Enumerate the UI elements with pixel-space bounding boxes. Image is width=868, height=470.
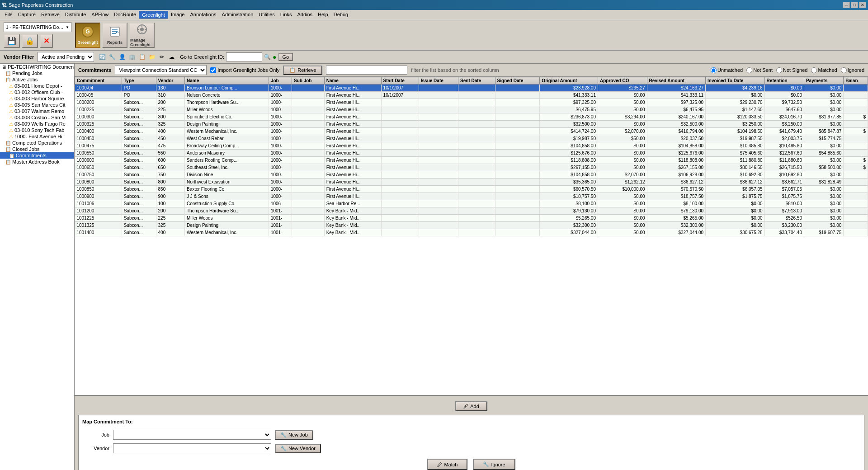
- restore-button[interactable]: □: [851, 2, 858, 8]
- sidebar-item-03-009[interactable]: ⚠ 03-009 Wells Fargo Re: [0, 121, 74, 127]
- col-issue-date[interactable]: Issue Date: [419, 77, 458, 85]
- sidebar-item-1000-[interactable]: ⚠ 1000- First Avenue Hi: [0, 133, 74, 140]
- menu-item-image[interactable]: Image: [168, 11, 188, 19]
- folder2-icon[interactable]: 📁: [147, 52, 156, 61]
- table-row[interactable]: 1001225Subcon...225Miller Woods1001-Key …: [75, 215, 868, 222]
- tools-icon[interactable]: 🔧: [108, 52, 117, 61]
- menu-item-distribute[interactable]: Distribute: [62, 11, 89, 19]
- sidebar-item-03-010[interactable]: ⚠ 03-010 Sony Tech Fab: [0, 127, 74, 133]
- table-row[interactable]: 1000600Subcon...600Sanders Roofing Comp.…: [75, 157, 868, 164]
- cloud-icon[interactable]: ☁: [167, 52, 176, 61]
- sidebar-item-03-008[interactable]: ⚠ 03-008 Costco - San M: [0, 114, 74, 121]
- menu-item-greenlight[interactable]: Greenlight: [139, 11, 168, 19]
- table-row[interactable]: 1000850Subcon...850Baxter Flooring Co.10…: [75, 186, 868, 193]
- menu-item-docroute[interactable]: DocRoute: [111, 11, 139, 19]
- sidebar-root[interactable]: 🖥 PE-TECHWRITING Documents: [0, 64, 74, 70]
- sidebar-item-commitments[interactable]: 📋 Commitments: [0, 152, 74, 159]
- ignore-button[interactable]: 🔧 Ignore: [473, 459, 515, 470]
- menu-item-utilities[interactable]: Utilities: [256, 11, 277, 19]
- menu-item-apflow[interactable]: APFlow: [89, 11, 111, 19]
- radio-not-sent[interactable]: Not Sent: [746, 67, 773, 73]
- menu-item-links[interactable]: Links: [278, 11, 295, 19]
- table-row[interactable]: 1000750Subcon...750Division Nine1000-Fir…: [75, 171, 868, 179]
- toolbar-reports-button[interactable]: Reports: [102, 23, 127, 48]
- retrieve-button[interactable]: 📋 Retrieve: [283, 66, 322, 75]
- table-row[interactable]: 1000400Subcon...400Western Mechanical, I…: [75, 128, 868, 135]
- sidebar-item-03-003[interactable]: ⚠ 03-003 Harbor Square: [0, 95, 74, 102]
- sidebar-item-03-001[interactable]: ⚠ 03-001 Home Depot -: [0, 83, 74, 89]
- radio-input-matched[interactable]: [811, 67, 817, 73]
- table-row[interactable]: 1000550Subcon...550Anderson Masonry1000-…: [75, 150, 868, 157]
- doc-icon[interactable]: 📋: [137, 52, 146, 61]
- col-balan[interactable]: Balan: [844, 77, 868, 85]
- go-button[interactable]: Go: [278, 53, 293, 61]
- close-doc-button[interactable]: ✕: [40, 34, 53, 48]
- menu-item-annotations[interactable]: Annotations: [187, 11, 219, 19]
- connection-select[interactable]: Viewpoint Connection Standard CC: [115, 65, 207, 75]
- col-job[interactable]: Job: [269, 77, 292, 85]
- menu-item-help[interactable]: Help: [315, 11, 331, 19]
- menu-item-debug[interactable]: Debug: [331, 11, 351, 19]
- minimize-button[interactable]: ─: [843, 2, 850, 8]
- radio-input-unmatched[interactable]: [711, 67, 717, 73]
- table-row[interactable]: 1000-04PO130Bronson Lumber Comp...1000-F…: [75, 85, 868, 92]
- close-button[interactable]: ✕: [859, 2, 866, 8]
- table-row[interactable]: 1000800Subcon...800Northwest Excavation1…: [75, 179, 868, 186]
- sidebar-item-closed-jobs[interactable]: 📋 Closed Jobs: [0, 146, 74, 152]
- radio-input-ignored[interactable]: [841, 67, 847, 73]
- radio-matched[interactable]: Matched: [811, 67, 837, 73]
- document-dropdown[interactable]: 1 - PE-TECHWRITING Documer ▼: [4, 22, 71, 32]
- col-start-date[interactable]: Start Date: [381, 77, 419, 85]
- col-payments[interactable]: Payments: [804, 77, 843, 85]
- company-icon[interactable]: 🏢: [127, 52, 137, 61]
- new-vendor-button[interactable]: 🔧 New Vendor: [275, 444, 321, 453]
- col-commitment[interactable]: Commitment: [75, 77, 122, 85]
- col-sent-date[interactable]: Sent Date: [458, 77, 495, 85]
- menu-item-addins[interactable]: Addins: [294, 11, 315, 19]
- table-row[interactable]: 1000475Subcon...475Broadway Ceiling Comp…: [75, 142, 868, 150]
- radio-ignored[interactable]: Ignored: [841, 67, 864, 73]
- menu-item-administration[interactable]: Administration: [219, 11, 256, 19]
- col-revised-amount[interactable]: Revised Amount: [647, 77, 705, 85]
- table-row[interactable]: 1001325Subcon...325Design Painting1001-K…: [75, 222, 868, 229]
- col-invoiced-to-date[interactable]: Invoiced To Date: [706, 77, 765, 85]
- col-name[interactable]: Name: [324, 77, 381, 85]
- table-row[interactable]: 1000450Subcon...450West Coast Rebar1000-…: [75, 135, 868, 142]
- radio-unmatched[interactable]: Unmatched: [711, 67, 743, 73]
- add-button[interactable]: 🖊 Add: [455, 401, 487, 411]
- table-row[interactable]: 1000225Subcon...225Miller Woods1000-Firs…: [75, 106, 868, 113]
- toolbar-manage-button[interactable]: Manage Greenlight: [129, 23, 155, 48]
- col-name[interactable]: Name: [184, 77, 269, 85]
- filter-input[interactable]: [326, 66, 407, 75]
- table-row[interactable]: 1001400Subcon...400Western Mechanical, I…: [75, 229, 868, 236]
- user-icon[interactable]: 👤: [118, 52, 127, 61]
- table-row[interactable]: 1001200Subcon...200Thompson Hardware Su.…: [75, 207, 868, 215]
- col-vendor[interactable]: Vendor: [156, 77, 184, 85]
- sidebar-item-active-jobs[interactable]: 📋 Active Jobs: [0, 76, 74, 83]
- greenlight-id-input[interactable]: [226, 52, 262, 61]
- radio-input-not-sent[interactable]: [746, 67, 752, 73]
- col-type[interactable]: Type: [122, 77, 156, 85]
- refresh-icon[interactable]: 🔄: [98, 52, 107, 61]
- sidebar-item-03-007[interactable]: ⚠ 03-007 Walmart Remo: [0, 108, 74, 114]
- match-button[interactable]: 🖊 Match: [427, 459, 467, 470]
- job-select[interactable]: [113, 430, 271, 440]
- sidebar-item-pending-jobs[interactable]: 📋 Pending Jobs: [0, 70, 74, 76]
- sidebar-item-03-002[interactable]: ⚠ 03-002 Officers Club -: [0, 89, 74, 95]
- radio-input-not-signed[interactable]: [776, 67, 782, 73]
- table-row[interactable]: 1000325Subcon...325Design Painting1000-F…: [75, 121, 868, 128]
- new-job-button[interactable]: 🔧 New Job: [275, 430, 313, 440]
- sidebar-item-master-address-book[interactable]: 📋 Master Address Book: [0, 159, 74, 165]
- lock-button[interactable]: 🔒: [22, 34, 38, 48]
- table-row[interactable]: 1000900Subcon...900J J & Sons1000-First …: [75, 193, 868, 200]
- menu-item-retrieve[interactable]: Retrieve: [38, 11, 62, 19]
- col-retention[interactable]: Retention: [764, 77, 804, 85]
- table-row[interactable]: 1001006Subcon...100Construction Supply C…: [75, 200, 868, 207]
- active-pending-select[interactable]: Active and PendingActive OnlyAllPending …: [38, 52, 94, 62]
- toolbar-greenlight-button[interactable]: GGreenlight: [75, 23, 100, 48]
- save-button[interactable]: 💾: [4, 34, 20, 48]
- table-row[interactable]: 1000-05PO310Nelson Concrete1000-First Av…: [75, 92, 868, 99]
- sidebar-item-03-005[interactable]: ⚠ 03-005 San Marcos Cit: [0, 102, 74, 108]
- table-row[interactable]: 1000200Subcon...200Thompson Hardware Su.…: [75, 99, 868, 106]
- radio-not-signed[interactable]: Not Signed: [776, 67, 807, 73]
